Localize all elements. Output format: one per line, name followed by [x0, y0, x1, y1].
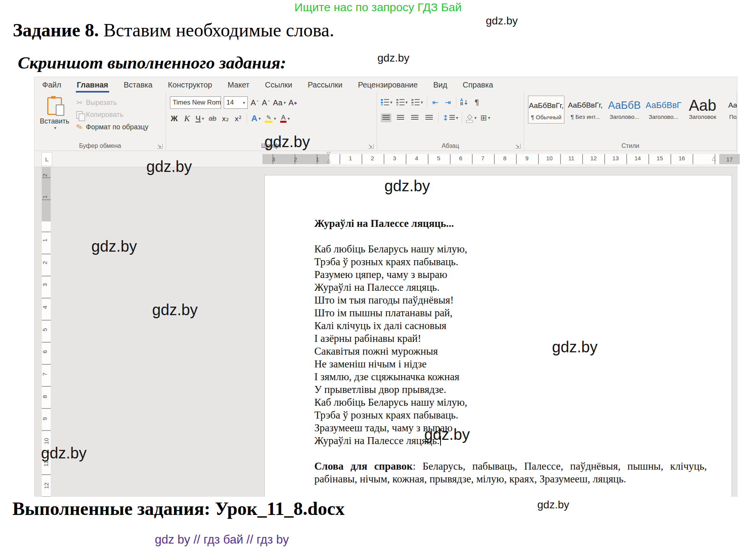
copy-button[interactable]: Копировать — [76, 111, 148, 119]
screenshot-subheading: Скриншот выполненного задания: — [18, 53, 286, 73]
poem-line: Трэба ў розных краях пабываць. — [314, 409, 707, 422]
italic-button[interactable]: К — [183, 113, 191, 124]
justify-button[interactable] — [424, 113, 434, 122]
align-center-button[interactable] — [395, 113, 406, 122]
poem-line: Трэба ў розных краях пабываць. — [314, 256, 707, 268]
watermark: gdz.by — [424, 426, 470, 443]
hanging-indent-marker-icon[interactable]: △ — [327, 159, 331, 163]
bold-button[interactable]: Ж — [170, 113, 178, 124]
document-canvas: 2 1 1 2 3 4 5 6 7 8 9 10 11 12 Жураўлі н… — [34, 167, 737, 497]
sort-button[interactable]: АЯ↓ — [460, 96, 469, 108]
promo-banner: Ищите нас по запросу ГДЗ Бай — [0, 1, 756, 14]
tab-home[interactable]: Главная — [76, 78, 109, 93]
strikethrough-button[interactable]: ab — [208, 113, 217, 124]
paste-dropdown-icon[interactable]: ▾ — [54, 125, 57, 130]
task-heading: Задание 8. Вставим необходимые слова. — [13, 19, 334, 41]
tab-review[interactable]: Рецензирование — [357, 78, 418, 93]
clipboard-group-label: Буфер обмена — [34, 142, 166, 149]
grow-caret-icon: ˆ — [256, 100, 259, 106]
style-card-subtitle[interactable]: АаБбВв Подзагол — [723, 96, 737, 124]
document-page[interactable]: Жураўлі на Палессе ляцяць... Каб любіць … — [264, 175, 732, 497]
cut-label: Вырезать — [86, 99, 117, 107]
underline-dropdown-icon: ▾ — [202, 116, 204, 121]
tab-mailings[interactable]: Рассылки — [307, 78, 343, 93]
tab-references[interactable]: Ссылки — [264, 78, 293, 93]
font-dialog-launcher-icon[interactable]: ↘ — [368, 144, 374, 149]
highlight-color-bar — [265, 121, 273, 123]
style-card-heading2[interactable]: АаБбВвГ Заголово... — [645, 96, 682, 124]
watermark: gdz.by — [146, 158, 192, 175]
align-left-button[interactable] — [381, 113, 391, 122]
increase-indent-button[interactable]: ⇥ — [444, 96, 452, 108]
paste-button[interactable]: Вставить ▾ — [38, 96, 71, 141]
horizontal-ruler: 321 1 2 3 4 5 6 7 8 9 10 11 12 13 14 — [262, 154, 740, 164]
poem-line: Зразумееш тады, чаму з выраю — [314, 422, 707, 434]
watermark: gdz.by — [486, 15, 518, 27]
shading-color-bar — [466, 120, 473, 123]
clipboard-commands: ✂ Вырезать Копировать ✎ Формат по образц… — [76, 96, 148, 141]
font-size-select[interactable]: 14 ▾ — [224, 96, 248, 109]
borders-button[interactable]: ⊞▾ — [480, 112, 490, 124]
borders-dropdown-icon: ▾ — [488, 115, 490, 120]
change-case-button[interactable]: Аа▾ — [273, 97, 286, 108]
format-painter-button[interactable]: ✎ Формат по образцу — [76, 122, 148, 132]
ribbon: Вставить ▾ ✂ Вырезать Копировать ✎ Форма… — [34, 93, 737, 151]
underline-button[interactable]: Ч▾ — [195, 113, 204, 124]
tab-insert[interactable]: Вставка — [123, 78, 153, 93]
grow-font-button[interactable]: Аˆ — [250, 97, 259, 108]
poem-line: Жураўлі на Палессе ляцяць. — [314, 281, 707, 294]
shrink-font-button[interactable]: Аˇ — [262, 97, 270, 108]
font-color-dropdown-icon: ▾ — [288, 116, 290, 121]
poem-title: Жураўлі на Палессе ляцяць... — [314, 217, 707, 230]
decrease-indent-button[interactable]: ⇤ — [431, 96, 440, 108]
text-effects-button[interactable]: А▾ — [251, 113, 261, 124]
show-marks-button[interactable]: ¶ — [473, 96, 481, 108]
poem-line: У прыветлівы двор прывядзе. — [314, 383, 707, 396]
copy-icon — [76, 111, 83, 119]
shrink-caret-icon: ˇ — [267, 100, 270, 106]
ribbon-tab-bar: Файл Главная Вставка Конструктор Макет С… — [34, 77, 737, 93]
ruler-row: L 321 1 2 3 4 5 6 7 8 9 10 11 12 — [34, 151, 737, 167]
tab-stop-selector[interactable]: L — [41, 152, 52, 166]
font-color-button[interactable]: А▾ — [280, 113, 290, 124]
highlight-button[interactable]: ✎▾ — [265, 113, 276, 124]
align-center-icon — [397, 115, 404, 121]
horizontal-ruler-body: 1 2 3 4 5 6 7 8 9 10 11 12 13 14 15 16 △ — [329, 154, 719, 164]
paragraph-dialog-launcher-icon[interactable]: ↘ — [515, 144, 521, 149]
font-color-bar — [280, 121, 286, 123]
superscript-button[interactable]: x² — [234, 113, 242, 124]
subscript-button[interactable]: x₂ — [221, 113, 230, 124]
sort-arrow-icon: ↓ — [463, 99, 468, 106]
shading-button[interactable]: ◇▾ — [466, 112, 477, 124]
cut-button[interactable]: ✂ Вырезать — [76, 98, 148, 107]
watermark: gdz.by — [552, 338, 598, 356]
style-card-title[interactable]: Aab Заголовок — [684, 96, 721, 124]
style-card-heading1[interactable]: АаБбВ Заголово... — [606, 96, 643, 124]
right-indent-marker-icon[interactable]: △ — [712, 156, 716, 160]
style-card-normal[interactable]: АаБбВвГг, ¶ Обычный — [528, 96, 564, 124]
tab-view[interactable]: Вид — [432, 78, 448, 93]
poem-line: Каб любіць Беларусь нашу мілую, — [314, 243, 707, 256]
paragraph-group: ▾ ▾ ▾ ⇤ ⇥ АЯ↓ ¶ ↕▾ — [377, 93, 524, 151]
bullets-button[interactable]: ▾ — [381, 96, 393, 108]
tab-file[interactable]: Файл — [41, 78, 62, 93]
tab-layout[interactable]: Макет — [227, 78, 250, 93]
clipboard-dialog-launcher-icon[interactable]: ↘ — [157, 144, 163, 149]
font-name-select[interactable]: Times New Rom ▾ — [170, 96, 221, 109]
style-card-no-spacing[interactable]: АаБбВвГг, ¶ Без инт... — [567, 96, 603, 124]
watermark: gdz.by — [91, 238, 137, 255]
paste-clipboard-icon — [47, 97, 62, 115]
clear-formatting-button[interactable]: А◆ — [288, 97, 297, 108]
tab-help[interactable]: Справка — [462, 78, 494, 93]
first-line-indent-marker-icon[interactable]: ▽ — [327, 152, 331, 156]
poem-line: Не заменіш нічым і нідзе — [314, 358, 707, 371]
font-name-value: Times New Rom — [173, 99, 221, 106]
tab-design[interactable]: Конструктор — [167, 78, 213, 93]
clear-formatting-eraser-icon: ◆ — [294, 101, 297, 105]
poem-line: Разумею цяпер, чаму з выраю — [314, 268, 707, 281]
line-spacing-button[interactable]: ↕▾ — [442, 112, 458, 124]
multilevel-list-button[interactable]: ▾ — [411, 96, 423, 108]
font-size-value: 14 — [226, 99, 234, 106]
align-right-button[interactable] — [410, 113, 420, 122]
numbering-button[interactable]: ▾ — [396, 96, 408, 108]
